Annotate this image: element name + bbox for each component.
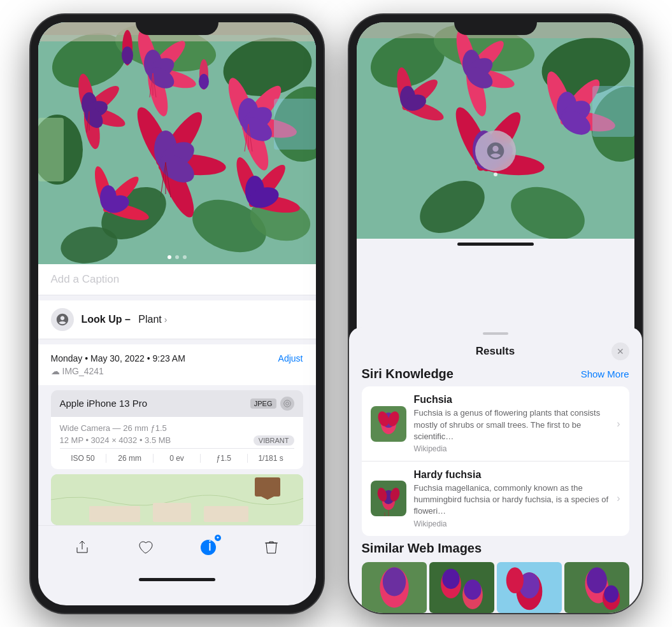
photo-area-right: [357, 22, 634, 239]
svg-rect-108: [592, 86, 634, 137]
device-name: Apple iPhone 13 Pro: [60, 398, 148, 409]
svg-point-68: [285, 402, 289, 405]
knowledge-item-hardy[interactable]: Hardy fuchsia Fuchsia magellanica, commo…: [362, 461, 629, 536]
lookup-bold: Look Up –: [82, 314, 131, 325]
resolution-line: 12 MP • 3024 × 4032 • 3.5 MB VIBRANT: [60, 435, 294, 446]
vl-circle: [475, 130, 516, 171]
svg-point-123: [382, 567, 405, 596]
fuchsia-info: Fuchsia Fuchsia is a genus of flowering …: [414, 394, 620, 453]
left-phone: Add a Caption Look Up – Plant › Monday •…: [31, 15, 324, 613]
screen-right: Results ✕ Siri Knowledge Show More: [357, 22, 634, 605]
web-images-title: Similar Web Images: [362, 541, 629, 556]
svg-point-132: [506, 567, 523, 593]
info-sub: ☁ IMG_4241: [51, 366, 303, 376]
hardy-source: Wikipedia: [414, 519, 620, 528]
device-details: Wide Camera — 26 mm ƒ1.5 12 MP • 3024 × …: [51, 417, 303, 469]
svg-rect-72: [204, 506, 248, 522]
svg-rect-65: [274, 99, 316, 150]
info-date: Monday • May 30, 2022 • 9:23 AM: [51, 353, 185, 363]
camera-text: Wide Camera — 26 mm ƒ1.5: [60, 423, 167, 433]
caption-area[interactable]: Add a Caption: [38, 264, 316, 295]
map-thumbnail[interactable]: [51, 474, 303, 525]
lookup-row[interactable]: Look Up – Plant ›: [38, 300, 316, 339]
web-img-1[interactable]: [362, 562, 427, 605]
home-indicator: [139, 578, 215, 581]
web-img-2[interactable]: [429, 562, 494, 605]
right-phone: Results ✕ Siri Knowledge Show More: [349, 15, 642, 613]
adjust-button[interactable]: Adjust: [278, 353, 303, 363]
exif-ev: 0 ev: [154, 454, 201, 463]
results-panel: Results ✕ Siri Knowledge Show More: [357, 327, 634, 605]
photo-dots: [38, 255, 316, 259]
hardy-info: Hardy fuchsia Fuchsia magellanica, commo…: [414, 469, 620, 528]
close-icon: ✕: [617, 346, 624, 356]
screen-left: Add a Caption Look Up – Plant › Monday •…: [38, 22, 316, 605]
exif-row: ISO 50 26 mm 0 ev ƒ1.5 1/181 s: [60, 448, 294, 463]
knowledge-item-fuchsia[interactable]: Fuchsia Fuchsia is a genus of flowering …: [362, 386, 629, 461]
info-section: Monday • May 30, 2022 • 9:23 AM Adjust ☁…: [38, 344, 316, 385]
notch-right: [454, 15, 537, 35]
vibrant-badge: VIBRANT: [254, 435, 294, 446]
lookup-chevron-icon: ›: [164, 314, 168, 325]
web-img-4[interactable]: [564, 562, 629, 605]
fuchsia-desc: Fuchsia is a genus of flowering plants t…: [414, 407, 620, 442]
siri-knowledge-title: Siri Knowledge: [362, 367, 454, 381]
hardy-desc: Fuchsia magellanica, commonly known as t…: [414, 483, 620, 518]
svg-rect-124: [429, 562, 494, 605]
svg-point-40: [199, 74, 209, 89]
web-images-section: Similar Web Images: [357, 541, 634, 605]
exif-iso: ISO 50: [60, 454, 107, 463]
svg-point-126: [442, 568, 459, 589]
lookup-icon: [51, 308, 74, 331]
info-button[interactable]: i ✦: [194, 533, 222, 561]
dot-2: [175, 255, 179, 259]
fuchsia-source: Wikipedia: [414, 444, 620, 453]
share-button[interactable]: [68, 533, 96, 561]
trash-button[interactable]: [257, 533, 285, 561]
svg-rect-71: [153, 503, 191, 522]
visual-lookup-button[interactable]: [475, 130, 516, 171]
heart-button[interactable]: [131, 533, 159, 561]
fuchsia-title: Fuchsia: [414, 394, 620, 405]
svg-text:i: i: [208, 539, 211, 554]
svg-rect-66: [38, 118, 64, 181]
svg-point-128: [464, 579, 481, 600]
lookup-normal: Plant: [138, 314, 161, 325]
knowledge-card: Fuchsia Fuchsia is a genus of flowering …: [362, 386, 629, 535]
notch: [136, 15, 218, 35]
filename: IMG_4241: [62, 366, 104, 376]
info-row: Monday • May 30, 2022 • 9:23 AM Adjust: [51, 353, 303, 363]
results-title: Results: [476, 345, 515, 358]
panel-header: Results ✕: [357, 335, 634, 367]
dot-3: [183, 255, 187, 259]
cloud-icon: ☁: [51, 366, 60, 376]
fuchsia-thumbnail: [371, 406, 406, 442]
svg-point-67: [283, 400, 290, 407]
caption-placeholder: Add a Caption: [51, 273, 120, 285]
camera-line: Wide Camera — 26 mm ƒ1.5: [60, 423, 294, 433]
hardy-thumbnail: [371, 481, 406, 516]
resolution-text: 12 MP • 3024 × 4032 • 3.5 MB: [60, 435, 171, 445]
siri-knowledge-header: Siri Knowledge Show More: [357, 367, 634, 386]
show-more-button[interactable]: Show More: [581, 369, 629, 379]
svg-rect-70: [89, 506, 140, 522]
device-header: Apple iPhone 13 Pro JPEG: [51, 390, 303, 417]
vl-connector-dot: [494, 173, 497, 176]
hardy-title: Hardy fuchsia: [414, 469, 620, 481]
exif-shutter: 1/181 s: [248, 454, 294, 463]
fuchsia-chevron-icon: ›: [617, 418, 620, 430]
close-button[interactable]: ✕: [611, 342, 629, 360]
web-img-3[interactable]: [497, 562, 562, 605]
svg-rect-73: [255, 477, 280, 497]
lookup-label: Look Up – Plant ›: [82, 314, 168, 325]
device-section: Apple iPhone 13 Pro JPEG Wide Camera — 2…: [51, 390, 303, 469]
exif-aperture: ƒ1.5: [201, 454, 248, 463]
lens-icon: [280, 397, 294, 411]
svg-point-137: [604, 585, 618, 602]
dot-1: [168, 255, 171, 259]
home-indicator-right: [457, 243, 534, 246]
photo-area-left: [38, 22, 316, 264]
svg-point-135: [587, 567, 607, 593]
toolbar: i ✦: [38, 525, 316, 574]
device-badges: JPEG: [250, 397, 294, 411]
